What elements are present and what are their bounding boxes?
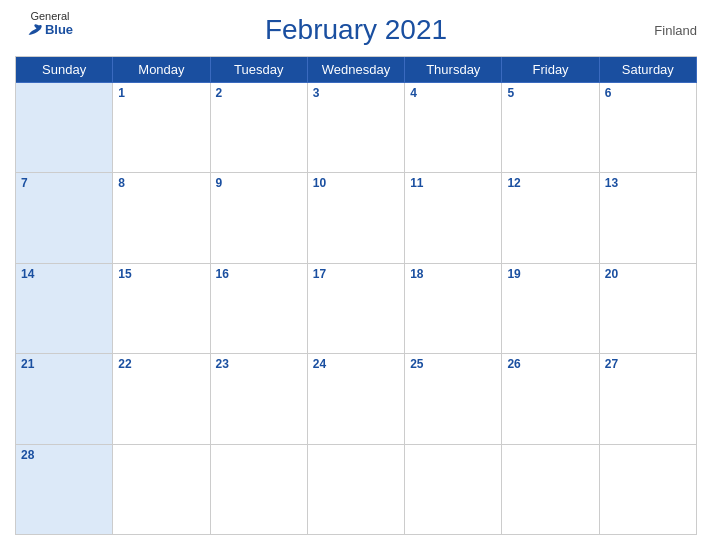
day-cell bbox=[308, 445, 405, 535]
day-number: 25 bbox=[405, 354, 501, 374]
day-cell: 14 bbox=[16, 264, 113, 354]
weekday-header: Tuesday bbox=[211, 57, 308, 83]
day-number: 16 bbox=[211, 264, 307, 284]
day-number: 7 bbox=[16, 173, 112, 193]
weekday-header: Sunday bbox=[16, 57, 113, 83]
day-number: 14 bbox=[16, 264, 112, 284]
day-cell: 12 bbox=[502, 173, 599, 263]
day-cell: 19 bbox=[502, 264, 599, 354]
day-cell bbox=[16, 83, 113, 173]
day-number: 13 bbox=[600, 173, 696, 193]
day-number: 12 bbox=[502, 173, 598, 193]
day-cell: 22 bbox=[113, 354, 210, 444]
day-number: 24 bbox=[308, 354, 404, 374]
day-cell: 1 bbox=[113, 83, 210, 173]
day-cell: 23 bbox=[211, 354, 308, 444]
day-cell: 25 bbox=[405, 354, 502, 444]
month-title: February 2021 bbox=[265, 14, 447, 46]
day-cell: 15 bbox=[113, 264, 210, 354]
day-number: 11 bbox=[405, 173, 501, 193]
calendar-container: General Blue February 2021 Finland Sunda… bbox=[0, 0, 712, 550]
day-cell bbox=[211, 445, 308, 535]
day-number: 8 bbox=[113, 173, 209, 193]
day-cell: 4 bbox=[405, 83, 502, 173]
day-number: 10 bbox=[308, 173, 404, 193]
calendar-grid: SundayMondayTuesdayWednesdayThursdayFrid… bbox=[15, 56, 697, 535]
day-cell: 20 bbox=[600, 264, 697, 354]
day-number: 9 bbox=[211, 173, 307, 193]
day-number: 21 bbox=[16, 354, 112, 374]
day-cell: 24 bbox=[308, 354, 405, 444]
day-cell: 16 bbox=[211, 264, 308, 354]
day-cell: 9 bbox=[211, 173, 308, 263]
day-number: 20 bbox=[600, 264, 696, 284]
day-cell: 13 bbox=[600, 173, 697, 263]
day-cell bbox=[502, 445, 599, 535]
weekday-header: Saturday bbox=[600, 57, 697, 83]
day-number: 1 bbox=[113, 83, 209, 103]
logo-area: General Blue bbox=[15, 10, 85, 37]
bird-icon bbox=[27, 23, 43, 37]
day-number: 28 bbox=[16, 445, 112, 465]
day-number: 15 bbox=[113, 264, 209, 284]
day-cell bbox=[113, 445, 210, 535]
weekday-header: Friday bbox=[502, 57, 599, 83]
day-number: 2 bbox=[211, 83, 307, 103]
day-number: 18 bbox=[405, 264, 501, 284]
day-cell: 8 bbox=[113, 173, 210, 263]
day-cell bbox=[600, 445, 697, 535]
day-cell: 28 bbox=[16, 445, 113, 535]
day-cell: 10 bbox=[308, 173, 405, 263]
day-cell: 18 bbox=[405, 264, 502, 354]
day-number: 27 bbox=[600, 354, 696, 374]
day-number: 5 bbox=[502, 83, 598, 103]
day-number: 22 bbox=[113, 354, 209, 374]
weekday-header: Thursday bbox=[405, 57, 502, 83]
day-cell bbox=[405, 445, 502, 535]
day-cell: 17 bbox=[308, 264, 405, 354]
country-label: Finland bbox=[654, 23, 697, 38]
day-cell: 3 bbox=[308, 83, 405, 173]
day-number: 19 bbox=[502, 264, 598, 284]
day-number: 4 bbox=[405, 83, 501, 103]
day-number: 17 bbox=[308, 264, 404, 284]
calendar-header: General Blue February 2021 Finland bbox=[15, 10, 697, 50]
logo-general: General bbox=[30, 10, 69, 22]
weekday-header: Wednesday bbox=[308, 57, 405, 83]
day-cell: 11 bbox=[405, 173, 502, 263]
weekday-header: Monday bbox=[113, 57, 210, 83]
day-number: 3 bbox=[308, 83, 404, 103]
day-number: 26 bbox=[502, 354, 598, 374]
day-cell: 5 bbox=[502, 83, 599, 173]
day-cell: 7 bbox=[16, 173, 113, 263]
day-cell: 27 bbox=[600, 354, 697, 444]
day-number: 6 bbox=[600, 83, 696, 103]
day-cell: 21 bbox=[16, 354, 113, 444]
day-cell: 26 bbox=[502, 354, 599, 444]
logo-blue: Blue bbox=[27, 22, 73, 37]
day-cell: 2 bbox=[211, 83, 308, 173]
day-cell: 6 bbox=[600, 83, 697, 173]
day-number: 23 bbox=[211, 354, 307, 374]
